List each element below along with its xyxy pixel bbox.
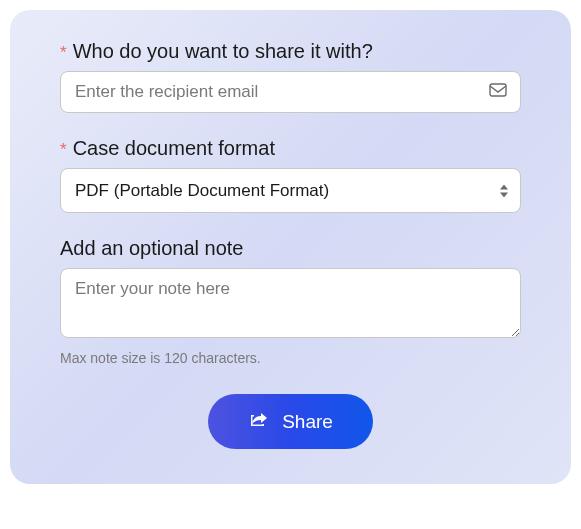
share-button[interactable]: Share — [208, 394, 373, 449]
recipient-label-row: * Who do you want to share it with? — [60, 40, 521, 63]
note-group: Add an optional note Max note size is 12… — [60, 237, 521, 366]
button-row: Share — [60, 394, 521, 449]
note-helper-text: Max note size is 120 characters. — [60, 350, 521, 366]
required-marker: * — [60, 43, 67, 63]
recipient-email-input[interactable] — [60, 71, 521, 113]
recipient-group: * Who do you want to share it with? — [60, 40, 521, 113]
note-label-row: Add an optional note — [60, 237, 521, 260]
format-group: * Case document format PDF (Portable Doc… — [60, 137, 521, 213]
format-label-row: * Case document format — [60, 137, 521, 160]
recipient-input-wrapper — [60, 71, 521, 113]
format-select[interactable]: PDF (Portable Document Format) — [60, 168, 521, 213]
share-button-label: Share — [282, 411, 333, 433]
note-label: Add an optional note — [60, 237, 244, 260]
note-textarea[interactable] — [60, 268, 521, 338]
required-marker: * — [60, 140, 67, 160]
format-label: Case document format — [73, 137, 275, 160]
share-icon — [248, 410, 268, 433]
recipient-label: Who do you want to share it with? — [73, 40, 373, 63]
share-form-card: * Who do you want to share it with? * Ca… — [10, 10, 571, 484]
format-select-wrapper: PDF (Portable Document Format) — [60, 168, 521, 213]
